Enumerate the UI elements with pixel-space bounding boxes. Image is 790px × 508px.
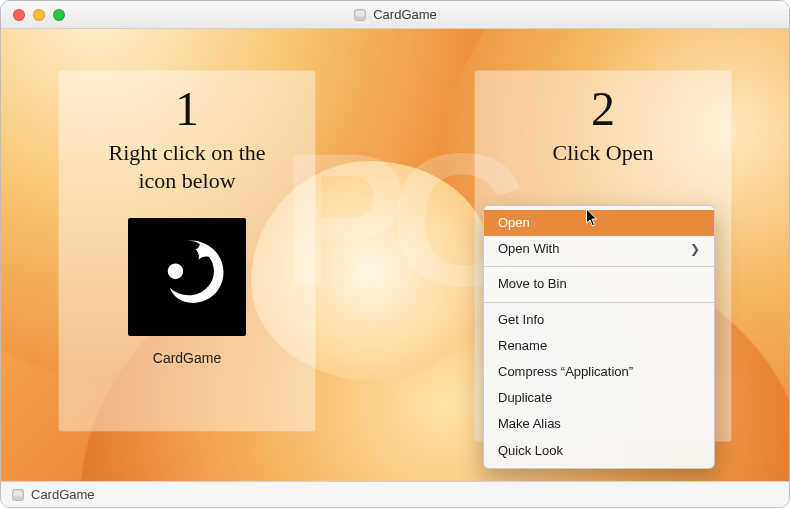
step1-text-line2: icon below bbox=[138, 168, 235, 193]
menu-separator bbox=[484, 266, 714, 267]
svg-rect-3 bbox=[14, 496, 23, 499]
window-title: CardGame bbox=[373, 7, 437, 22]
menu-item-move-to-bin[interactable]: Move to Bin bbox=[484, 271, 714, 297]
menu-item-duplicate[interactable]: Duplicate bbox=[484, 385, 714, 411]
menu-item-open[interactable]: Open bbox=[484, 210, 714, 236]
minimize-button[interactable] bbox=[33, 9, 45, 21]
title-center: CardGame bbox=[1, 7, 789, 22]
menu-item-rename-label: Rename bbox=[498, 337, 547, 355]
menu-separator bbox=[484, 302, 714, 303]
disk-icon bbox=[11, 488, 25, 502]
traffic-lights bbox=[13, 9, 65, 21]
content-area: PC 1 Right click on the icon below CardG… bbox=[1, 29, 789, 481]
status-bar: CardGame bbox=[1, 481, 789, 507]
app-label: CardGame bbox=[153, 350, 221, 366]
menu-item-open-label: Open bbox=[498, 214, 530, 232]
menu-item-move-to-bin-label: Move to Bin bbox=[498, 275, 567, 293]
step2-text: Click Open bbox=[553, 139, 654, 167]
menu-item-open-with-label: Open With bbox=[498, 240, 559, 258]
step1-text-line1: Right click on the bbox=[108, 140, 265, 165]
svg-rect-0 bbox=[355, 9, 366, 20]
menu-item-rename[interactable]: Rename bbox=[484, 333, 714, 359]
titlebar: CardGame bbox=[1, 1, 789, 29]
step1-text: Right click on the icon below bbox=[108, 139, 265, 194]
dragon-icon bbox=[139, 229, 235, 325]
close-button[interactable] bbox=[13, 9, 25, 21]
context-menu: Open Open With ❯ Move to Bin Get Info bbox=[483, 205, 715, 469]
menu-item-compress[interactable]: Compress “Application” bbox=[484, 359, 714, 385]
menu-item-get-info[interactable]: Get Info bbox=[484, 307, 714, 333]
step1-panel: 1 Right click on the icon below CardGame bbox=[59, 71, 315, 431]
step2-number: 2 bbox=[591, 85, 615, 133]
step2-panel: 2 Click Open Open Open With ❯ Move to Bi… bbox=[475, 71, 731, 441]
menu-item-open-with[interactable]: Open With ❯ bbox=[484, 236, 714, 262]
window-frame: CardGame PC 1 Right click on the icon be… bbox=[0, 0, 790, 508]
menu-item-compress-label: Compress “Application” bbox=[498, 363, 633, 381]
menu-item-quick-look[interactable]: Quick Look bbox=[484, 438, 714, 464]
svg-rect-1 bbox=[356, 16, 365, 19]
zoom-button[interactable] bbox=[53, 9, 65, 21]
disk-icon bbox=[353, 8, 367, 22]
menu-item-quick-look-label: Quick Look bbox=[498, 442, 563, 460]
status-label: CardGame bbox=[31, 487, 95, 502]
menu-item-duplicate-label: Duplicate bbox=[498, 389, 552, 407]
menu-item-get-info-label: Get Info bbox=[498, 311, 544, 329]
app-icon[interactable] bbox=[128, 218, 246, 336]
chevron-right-icon: ❯ bbox=[690, 241, 700, 258]
panels: 1 Right click on the icon below CardGame… bbox=[1, 29, 789, 481]
menu-item-make-alias[interactable]: Make Alias bbox=[484, 411, 714, 437]
menu-item-make-alias-label: Make Alias bbox=[498, 415, 561, 433]
step1-number: 1 bbox=[175, 85, 199, 133]
